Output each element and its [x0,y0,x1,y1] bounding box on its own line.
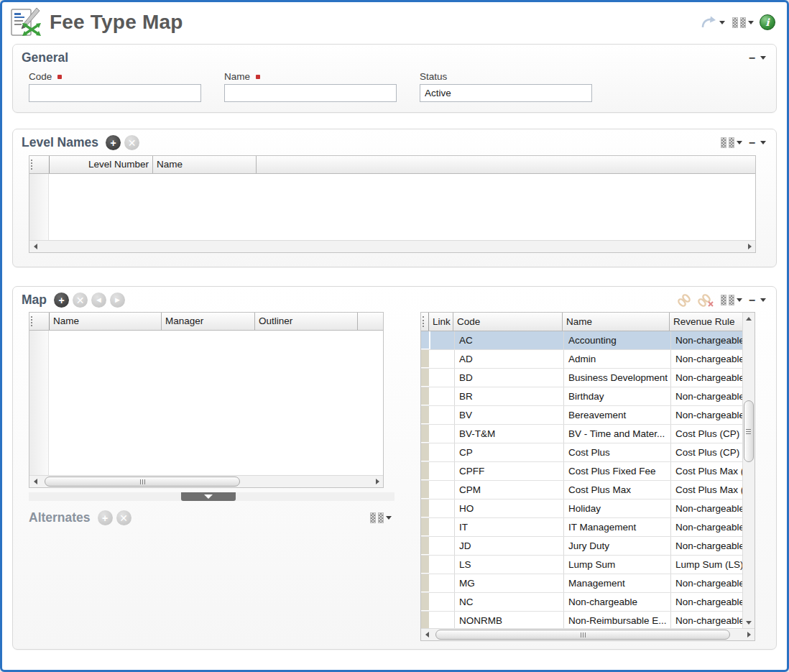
table-row[interactable]: HO Holiday Non-chargeable (N [421,500,742,518]
add-map-button[interactable]: + [54,293,69,308]
link-cell[interactable] [430,556,455,574]
fee-types-vscrollbar[interactable] [742,313,755,628]
collapse-button[interactable]: − [749,139,755,147]
link-cell[interactable] [430,462,455,480]
table-row[interactable]: BV-T&M BV - Time and Mater... Cost Plus … [421,425,742,443]
column-chooser-icon [721,137,734,148]
column-header-code[interactable]: Code [453,313,563,331]
table-row[interactable]: JD Jury Duty Non-chargeable (N [421,537,742,556]
move-right-button[interactable]: ► [110,293,125,308]
row-handle-header [29,313,50,330]
hscroll-thumb[interactable] [45,477,240,487]
vscroll-thumb[interactable] [744,400,754,462]
scroll-up-icon[interactable] [743,313,755,324]
link-cell[interactable] [430,593,455,611]
table-row[interactable]: NC Non-chargeable Non-chargeable (N [421,593,742,612]
add-level-button[interactable]: + [106,135,121,150]
pane-splitter[interactable] [29,492,394,501]
map-column-chooser-button[interactable] [719,293,744,307]
link-cell[interactable] [430,481,455,499]
info-icon[interactable]: i [760,14,775,30]
table-row[interactable]: IT IT Management Non-chargeable (N [421,518,742,537]
name-input[interactable] [224,84,397,102]
link-cell[interactable] [430,612,455,628]
collapse-button[interactable]: − [749,297,755,304]
table-row[interactable]: CP Cost Plus Cost Plus (CP) [421,443,742,462]
add-alternate-button[interactable]: + [98,510,113,525]
column-header-name[interactable]: Name [153,156,257,173]
unlink-icon[interactable] [697,293,714,308]
column-header-revenue-rule[interactable]: Revenue Rule [670,313,742,331]
table-row[interactable]: BD Business Development Non-chargeable (… [421,369,742,387]
column-header-outliner[interactable]: Outliner [255,313,358,330]
fee-types-hscrollbar[interactable] [421,628,755,640]
column-chooser-caret-icon [737,298,742,302]
link-cell[interactable] [430,350,455,368]
column-header-name[interactable]: Name [50,313,162,330]
delete-map-button[interactable]: ✕ [73,293,88,308]
level-names-grid: Level Number Name [29,155,756,253]
column-chooser-icon [732,17,746,28]
title-bar: Fee Type Map i [2,2,787,42]
code-cell: MG [455,574,564,592]
scroll-left-icon[interactable] [29,241,41,252]
column-header-manager[interactable]: Manager [162,313,255,330]
splitter-handle[interactable] [181,492,236,501]
scroll-down-icon[interactable] [743,617,755,628]
link-cell[interactable] [430,331,455,349]
column-header-level-number[interactable]: Level Number [50,156,153,173]
status-field-group: Status [420,71,592,102]
link-cell[interactable] [430,443,455,461]
delete-alternate-button[interactable]: ✕ [116,510,132,525]
table-row[interactable]: BV Bereavement Non-chargeable (N [421,406,742,425]
name-cell: Non-chargeable [564,593,671,611]
link-cell[interactable] [430,574,455,592]
level-column-chooser-button[interactable] [719,136,744,149]
link-cell[interactable] [430,518,455,536]
level-names-hscrollbar[interactable] [29,240,755,252]
hscroll-thumb[interactable] [435,630,730,640]
collapse-caret-icon[interactable] [760,56,766,60]
alternates-column-chooser-button[interactable] [369,511,393,525]
move-left-button[interactable]: ◄ [91,293,106,308]
link-cell[interactable] [430,406,455,424]
name-cell: Cost Plus Fixed Fee [564,462,671,480]
link-cell[interactable] [430,500,455,517]
collapse-caret-icon[interactable] [760,141,766,144]
column-header-name[interactable]: Name [563,313,670,331]
revenue-rule-cell: Non-chargeable (N [671,574,742,592]
scroll-left-icon[interactable] [421,629,433,640]
delete-level-button[interactable]: ✕ [124,135,139,150]
actions-arrow-button[interactable] [698,14,726,31]
column-chooser-button-main[interactable] [731,16,755,29]
link-icon[interactable] [676,293,692,308]
map-left-pane: Name Manager Outliner [29,312,394,641]
code-input[interactable] [29,84,201,102]
table-row[interactable]: MG Management Non-chargeable (N [421,574,742,593]
link-cell[interactable] [430,387,455,405]
link-cell[interactable] [430,369,455,387]
actions-caret-icon [719,21,725,24]
name-cell: Holiday [564,500,671,517]
table-row[interactable]: AC Accounting Non-chargeable (N [421,331,742,350]
collapse-button[interactable]: − [749,55,755,62]
map-left-hscrollbar[interactable] [29,475,383,487]
row-indicator [421,443,430,461]
link-cell[interactable] [430,425,455,443]
table-row[interactable]: NONRMB Non-Reimbursable E... Non-chargea… [421,612,742,628]
table-row[interactable]: LS Lump Sum Lump Sum (LS) [421,556,742,574]
link-cell[interactable] [430,537,455,555]
table-row[interactable]: CPM Cost Plus Max Cost Plus Max (CPM [421,481,742,500]
column-header-link[interactable]: Link [429,313,453,331]
level-names-grid-body [29,174,755,240]
status-input[interactable] [420,84,592,102]
table-row[interactable]: AD Admin Non-chargeable (N [421,350,742,369]
scroll-left-icon[interactable] [29,476,41,487]
scroll-right-icon[interactable] [744,241,755,252]
column-chooser-icon [721,295,734,305]
table-row[interactable]: CPFF Cost Plus Fixed Fee Cost Plus Max (… [421,462,742,481]
scroll-right-icon[interactable] [372,476,383,487]
table-row[interactable]: BR Birthday Non-chargeable (N [421,387,742,406]
scroll-right-icon[interactable] [743,629,755,640]
collapse-caret-icon[interactable] [760,298,766,302]
